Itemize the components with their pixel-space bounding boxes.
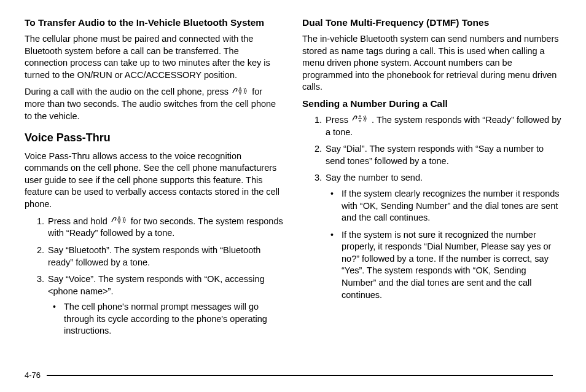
sending-number-steps: Press . The system responds with “Ready”… xyxy=(313,114,561,301)
left-column: To Transfer Audio to the In-Vehicle Blue… xyxy=(25,17,284,342)
step-3-bullets: The cell phone's normal prompt messages … xyxy=(53,301,284,337)
step-3: Say the number to send. If the system cl… xyxy=(324,172,561,301)
para-transfer-desc: The cellular phone must be paired and co… xyxy=(25,33,284,81)
step-3: Say “Voice”. The system responds with “O… xyxy=(47,273,284,337)
section-heading-voice-pass-thru: Voice Pass-Thru xyxy=(25,131,284,145)
para-voice-pass-desc: Voice Pass-Thru allows access to the voi… xyxy=(25,151,284,211)
section-heading-transfer-audio: To Transfer Audio to the In-Vehicle Blue… xyxy=(25,17,284,28)
text-segment: Say the number to send. xyxy=(326,173,423,182)
step-2: Say “Bluetooth”. The system responds wit… xyxy=(47,245,284,269)
step-1: Press . The system responds with “Ready”… xyxy=(324,114,561,139)
bluetooth-voice-icon xyxy=(351,114,369,127)
footer-divider xyxy=(47,375,553,376)
bullet-item: If the system is not sure it recognized … xyxy=(330,229,561,301)
text-segment: During a call with the audio on the cell… xyxy=(25,87,231,96)
right-column: Dual Tone Multi-Frequency (DTMF) Tones T… xyxy=(302,17,561,342)
section-heading-dtmf: Dual Tone Multi-Frequency (DTMF) Tones xyxy=(302,17,561,28)
page-columns: To Transfer Audio to the In-Vehicle Blue… xyxy=(25,17,561,342)
text-segment: Press and hold xyxy=(48,216,110,226)
step-2: Say “Dial”. The system responds with “Sa… xyxy=(324,143,561,167)
page-footer: 4-76 xyxy=(25,369,561,380)
subsection-heading-sending-number: Sending a Number During a Call xyxy=(302,98,561,109)
voice-pass-steps: Press and hold for two seconds. The syst… xyxy=(36,216,284,337)
step-3-bullets: If the system clearly recognizes the num… xyxy=(330,188,561,301)
step-1: Press and hold for two seconds. The syst… xyxy=(47,216,284,240)
para-dtmf-desc: The in-vehicle Bluetooth system can send… xyxy=(302,33,561,93)
bullet-item: If the system clearly recognizes the num… xyxy=(330,188,561,224)
text-segment: Press xyxy=(326,115,351,125)
page-number: 4-76 xyxy=(25,370,41,380)
bluetooth-voice-icon xyxy=(111,216,128,228)
bluetooth-voice-icon xyxy=(232,87,249,99)
para-transfer-instruction: During a call with the audio on the cell… xyxy=(25,86,284,122)
text-segment: Say “Voice”. The system responds with “O… xyxy=(48,274,265,296)
bullet-item: The cell phone's normal prompt messages … xyxy=(53,301,284,337)
